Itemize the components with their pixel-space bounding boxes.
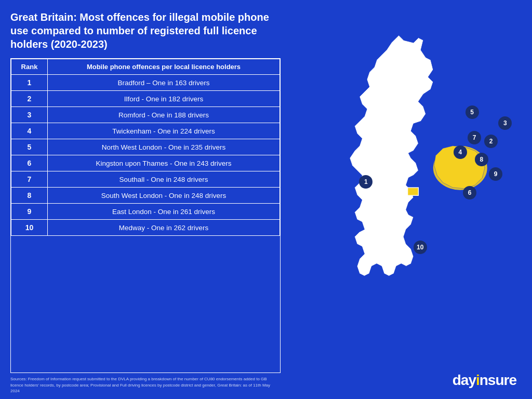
table-row: 1 Bradford – One in 163 drivers [11,75,280,91]
marker-5: 5 [466,105,479,119]
rank-cell: 10 [11,220,48,236]
table-row: 3 Romford - One in 188 drivers [11,107,280,123]
description-cell: Southall - One in 248 drivers [48,171,280,188]
marker-7: 7 [468,131,481,144]
brand-accent: i [476,372,480,388]
markers-container: 12345678910 [286,10,522,375]
description-cell: East London - One in 261 drivers [48,204,280,220]
right-panel: 12345678910 dayinsure [286,10,522,394]
page-title: Great Britain: Most offences for illegal… [10,10,281,51]
table-row: 7 Southall - One in 248 drivers [11,171,280,188]
rank-header: Rank [11,59,48,75]
table-row: 5 North West London - One in 235 drivers [11,139,280,155]
table-wrapper: Rank Mobile phone offences per local lic… [10,58,281,373]
rank-cell: 9 [11,204,48,220]
marker-2: 2 [484,135,498,148]
marker-1: 1 [359,175,373,189]
map-container: 12345678910 [286,10,522,394]
rank-cell: 7 [11,171,48,188]
description-cell: Ilford - One in 182 drivers [48,91,280,107]
marker-4: 4 [454,145,467,159]
description-cell: Romford - One in 188 drivers [48,107,280,123]
table-header-row: Rank Mobile phone offences per local lic… [11,59,280,75]
table-row: 6 Kingston upon Thames - One in 243 driv… [11,155,280,171]
table-row: 8 South West London - One in 248 drivers [11,188,280,204]
table-row: 4 Twickenham - One in 224 drivers [11,123,280,139]
marker-8: 8 [475,153,488,166]
rank-cell: 5 [11,139,48,155]
description-cell: Bradford – One in 163 drivers [48,75,280,91]
data-table: Rank Mobile phone offences per local lic… [11,59,280,236]
rank-cell: 1 [11,75,48,91]
marker-6: 6 [463,186,476,200]
brand-logo: dayinsure [453,372,516,389]
description-cell: Kingston upon Thames - One in 243 driver… [48,155,280,171]
description-cell: Medway - One in 262 drivers [48,220,280,236]
source-text: Sources: Freedom of Information request … [10,376,281,394]
table-row: 9 East London - One in 261 drivers [11,204,280,220]
table-row: 10 Medway - One in 262 drivers [11,220,280,236]
marker-9: 9 [489,167,502,181]
description-cell: North West London - One in 235 drivers [48,139,280,155]
rank-cell: 8 [11,188,48,204]
description-cell: South West London - One in 248 drivers [48,188,280,204]
table-row: 2 Ilford - One in 182 drivers [11,91,280,107]
rank-cell: 4 [11,123,48,139]
rank-cell: 3 [11,107,48,123]
rank-cell: 2 [11,91,48,107]
rank-cell: 6 [11,155,48,171]
main-container: Great Britain: Most offences for illegal… [0,0,532,399]
description-header: Mobile phone offences per local licence … [48,59,280,75]
table-body: 1 Bradford – One in 163 drivers 2 Ilford… [11,75,280,236]
marker-3: 3 [498,116,512,130]
left-panel: Great Britain: Most offences for illegal… [10,10,281,394]
description-cell: Twickenham - One in 224 drivers [48,123,280,139]
marker-10: 10 [414,241,427,254]
